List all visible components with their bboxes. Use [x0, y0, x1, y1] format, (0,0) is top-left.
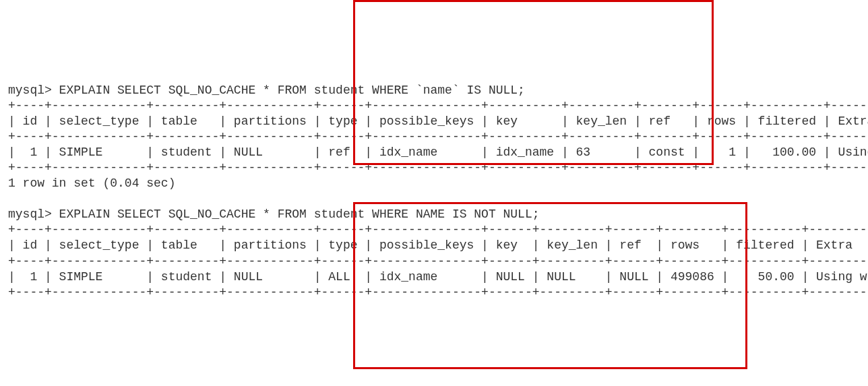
- query1-result: 1 row in set (0.04 sec): [8, 176, 175, 190]
- terminal-output: mysql> EXPLAIN SELECT SQL_NO_CACHE * FRO…: [8, 67, 860, 300]
- query1-prompt: mysql> EXPLAIN SELECT SQL_NO_CACHE * FRO…: [8, 84, 525, 97]
- query2-sep-top: +----+-------------+---------+----------…: [8, 223, 868, 236]
- query2-sep-bot: +----+-------------+---------+----------…: [8, 286, 868, 299]
- query2-header: | id | select_type | table | partitions …: [8, 238, 868, 252]
- query1-row: | 1 | SIMPLE | student | NULL | ref | id…: [8, 146, 868, 159]
- query1-sep-top: +----+-------------+---------+----------…: [8, 99, 868, 112]
- query1-header: | id | select_type | table | partitions …: [8, 115, 868, 128]
- query2-row: | 1 | SIMPLE | student | NULL | ALL | id…: [8, 270, 868, 284]
- query1-sep-mid: +----+-------------+---------+----------…: [8, 130, 868, 143]
- query2-sep-mid: +----+-------------+---------+----------…: [8, 255, 868, 268]
- query1-sep-bot: +----+-------------+---------+----------…: [8, 161, 868, 174]
- query2-prompt: mysql> EXPLAIN SELECT SQL_NO_CACHE * FRO…: [8, 207, 540, 221]
